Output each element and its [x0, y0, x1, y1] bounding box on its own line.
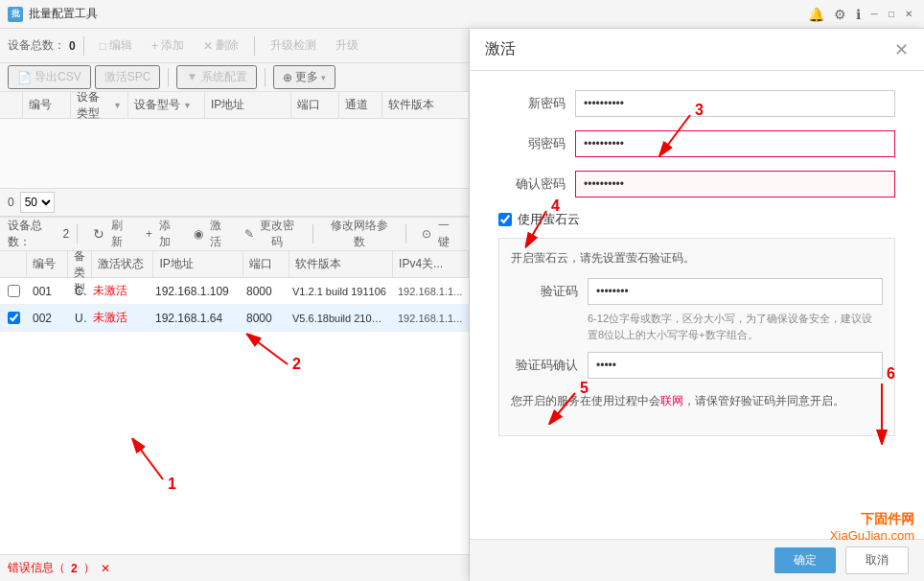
mid-sep1	[77, 224, 78, 244]
top-table-header: 编号 设备类型 ▼ 设备型号 ▼ IP地址 端口 通道	[0, 92, 469, 119]
mid-toolbar: 设备总数： 2 ↻ 刷新 + 添加 ◉ 激活 ✎ 更改密码	[0, 217, 469, 251]
cloud-section: 开启萤石云，请先设置萤石验证码。 验证码 6-12位字母或数字，区分大小写，为了…	[498, 238, 895, 436]
error-label: 错误信息（	[8, 560, 65, 576]
upgrade-check-btn[interactable]: 升级检测	[263, 35, 324, 57]
weak-password-input[interactable]	[575, 130, 895, 157]
more-btn[interactable]: ⊕ 更多 ▾	[273, 65, 335, 89]
row2-check-input[interactable]	[8, 312, 20, 324]
row1-status-text: 未激活	[93, 284, 127, 297]
system-config-label: ▼ 系统配置	[186, 69, 246, 85]
status-bar: 错误信息（ 2 ） ✕	[0, 554, 469, 581]
upgrade-check-label: 升级检测	[270, 37, 316, 54]
bottom-table: 编号 设备类型 激活状态 IP地址 端口 软件版本 IPv4关.	[0, 251, 469, 554]
row2-ipv4: 192.168.1.1...	[392, 313, 469, 324]
sep1	[83, 36, 84, 56]
error-clear-icon[interactable]: ✕	[101, 562, 110, 575]
row2-checkbox[interactable]	[0, 312, 27, 324]
top-pagination: 0 50	[0, 188, 469, 217]
bottom-table-header: 编号 设备类型 激活状态 IP地址 端口 软件版本 IPv4关.	[0, 251, 469, 278]
info-icon[interactable]: ℹ	[856, 7, 861, 22]
more-icon: ⊕	[283, 71, 292, 84]
th-no: 编号	[23, 92, 71, 118]
more-dropdown-icon: ▾	[321, 73, 326, 82]
add-mid-label: 添加	[155, 218, 174, 250]
refresh-label: 刷新	[107, 218, 127, 250]
dialog-title: 激活	[485, 39, 894, 59]
row2-status: 未激活	[87, 310, 150, 326]
row1-device-type: CS-T30-10A	[69, 285, 87, 298]
delete-btn[interactable]: ✕ 删除	[196, 35, 246, 57]
use-cloud-checkbox[interactable]	[498, 213, 512, 226]
one-key-btn[interactable]: ⊙ 一键	[414, 215, 461, 253]
verify-confirm-input[interactable]	[588, 352, 883, 379]
minimize-btn[interactable]: ─	[866, 7, 882, 22]
main-layout: 设备总数： 0 □ 编辑 + 添加 ✕ 删除 升级检测 升级	[0, 29, 924, 581]
activate-sip-btn[interactable]: 激活SPC	[95, 65, 161, 89]
notification-icon[interactable]: 🔔	[808, 7, 824, 22]
bth-checkbox	[0, 251, 27, 277]
filter-icon-type[interactable]: ▼	[113, 101, 122, 110]
activate-btn[interactable]: ◉ 激活	[186, 215, 233, 253]
per-page-select[interactable]: 50	[20, 192, 55, 213]
app-icon: 批	[8, 7, 23, 22]
cloud-hint: 开启萤石云，请先设置萤石验证码。	[511, 250, 883, 267]
row1-check-input[interactable]	[8, 285, 20, 297]
row2-port: 8000	[241, 312, 287, 325]
th-checkbox	[0, 92, 23, 118]
delete-label: 删除	[216, 37, 239, 54]
th-device-type: 设备类型 ▼	[71, 92, 128, 118]
title-bar: 批 批量配置工具 🔔 ⚙ ℹ ─ □ ✕	[0, 0, 924, 29]
maximize-btn[interactable]: □	[884, 7, 899, 22]
export-csv-btn[interactable]: 📄 导出CSV	[8, 65, 91, 89]
dialog-footer: 确定 取消	[470, 539, 924, 581]
row1-port: 8000	[241, 285, 287, 298]
add-icon: +	[151, 39, 158, 53]
refresh-btn[interactable]: ↻ 刷新	[85, 215, 134, 253]
second-toolbar: 📄 导出CSV 激活SPC ▼ 系统配置 ⊕ 更多 ▾	[0, 63, 469, 92]
delete-icon: ✕	[203, 39, 213, 53]
row1-status: 未激活	[87, 283, 150, 299]
change-pwd-btn[interactable]: ✎ 更改密码	[237, 215, 304, 253]
th-port: 端口	[291, 92, 339, 118]
error-count: 2	[71, 562, 78, 575]
settings-icon[interactable]: ⚙	[834, 7, 846, 22]
row2-ip: 192.168.1.64	[150, 312, 241, 325]
one-key-label: 一键	[434, 218, 453, 250]
bth-device-type: 设备类型	[68, 251, 92, 277]
row2-version: V5.6.18build 210731	[287, 313, 392, 324]
add-btn-top[interactable]: + 添加	[144, 35, 192, 57]
row1-checkbox[interactable]	[0, 285, 27, 297]
app-title: 批量配置工具	[29, 6, 798, 22]
use-cloud-label: 使用萤石云	[518, 211, 580, 228]
activate-sip-label: 激活SPC	[104, 69, 151, 85]
filter-icon-model[interactable]: ▼	[183, 101, 192, 110]
batch-param-btn[interactable]: 修改网络参数	[321, 215, 398, 253]
row2-no: 002	[27, 312, 69, 325]
verify-code-info: 6-12位字母或数字，区分大小写，为了确保设备安全，建议设置8位以上的大小写字母…	[588, 311, 883, 342]
upgrade-btn[interactable]: 升级	[328, 35, 366, 57]
cancel-btn[interactable]: 取消	[845, 546, 909, 574]
add-btn-mid[interactable]: + 添加	[138, 215, 182, 253]
change-pwd-label: 更改密码	[257, 218, 296, 250]
confirm-password-row: 确认密码	[498, 171, 895, 198]
activate-icon: ◉	[194, 227, 203, 241]
row2-device-type: UDX-4120U1WA...	[69, 312, 87, 325]
table-row[interactable]: 002 UDX-4120U1WA... 未激活 192.168.1.64 800…	[0, 305, 469, 332]
verify-code-input[interactable]	[588, 278, 883, 305]
table-row[interactable]: 001 CS-T30-10A 未激活 192.168.1.109 8000 V1…	[0, 278, 469, 305]
row1-version: V1.2.1 build 191106	[287, 286, 392, 297]
sep2	[254, 36, 255, 56]
use-cloud-row: 使用萤石云	[498, 211, 895, 228]
th-device-model: 设备型号 ▼	[128, 92, 205, 118]
confirm-password-input[interactable]	[575, 171, 895, 198]
row1-ipv4: 192.168.1.1...	[392, 286, 469, 297]
confirm-btn[interactable]: 确定	[774, 547, 836, 573]
verify-confirm-row: 验证码确认	[511, 352, 883, 379]
system-config-btn[interactable]: ▼ 系统配置	[176, 65, 256, 89]
close-btn[interactable]: ✕	[901, 7, 916, 22]
dialog-header: 激活 ✕	[470, 29, 924, 71]
confirm-password-label: 确认密码	[498, 175, 566, 193]
dialog-close-btn[interactable]: ✕	[894, 39, 909, 60]
new-password-input[interactable]	[575, 90, 895, 117]
edit-btn[interactable]: □ 编辑	[92, 35, 140, 57]
